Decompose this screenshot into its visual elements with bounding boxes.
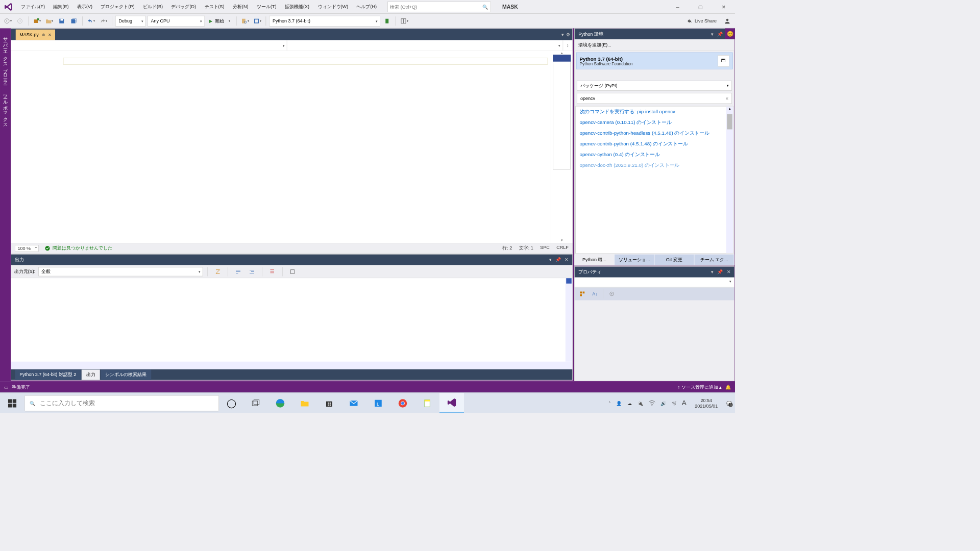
nav-forward-button[interactable]	[15, 15, 26, 26]
menu-debug[interactable]: デバッグ(D)	[167, 2, 200, 12]
indent-button[interactable]	[247, 266, 257, 277]
editor-tab-mask-py[interactable]: MASK.py ⊕ ✕	[16, 30, 55, 40]
split-editor-button[interactable]: ↕	[563, 40, 572, 51]
taskbar-search[interactable]: 🔍	[24, 395, 219, 411]
pin-icon[interactable]: 📌	[555, 257, 561, 263]
account-button[interactable]	[722, 15, 733, 26]
output-from-dropdown[interactable]: 全般	[38, 267, 203, 276]
app-icon[interactable]: L	[366, 393, 390, 413]
window-maximize[interactable]: ▢	[689, 0, 712, 14]
line-indicator[interactable]: 行: 2	[502, 245, 512, 252]
tray-battery-icon[interactable]: 🔌	[638, 400, 643, 406]
config-dropdown[interactable]: Debug	[115, 15, 146, 26]
server-explorer-tab[interactable]: サーバー エクスプローラー	[1, 30, 10, 87]
output-vscrollbar[interactable]	[566, 278, 573, 362]
pkg-result-item[interactable]: opencv-cython (0.4) のインストール	[576, 149, 733, 160]
col-indicator[interactable]: 文字: 1	[519, 245, 533, 252]
save-all-button[interactable]	[68, 15, 79, 26]
task-view-icon[interactable]	[243, 393, 268, 413]
properties-header[interactable]: プロパティ ▾ 📌 ✕	[575, 267, 734, 278]
bottom-tab-symbols[interactable]: シンボルの検索結果	[101, 370, 151, 380]
tray-wifi-icon[interactable]	[648, 399, 655, 407]
live-share-button[interactable]: Live Share	[682, 18, 721, 24]
redo-button[interactable]: ▾	[98, 15, 109, 26]
open-file-button[interactable]: ▾	[44, 15, 55, 26]
python-env-card[interactable]: Python 3.7 (64-bit) Python Software Foun…	[576, 53, 733, 69]
output-settings-button[interactable]	[287, 266, 298, 277]
pkg-result-item[interactable]: opencv-contrib-python-headless (4.5.1.48…	[576, 128, 733, 139]
start-debug-button[interactable]: ▶開始▾	[206, 15, 233, 26]
rtab-solution-explorer[interactable]: ソリューショ...	[615, 255, 654, 265]
pkg-result-item[interactable]: opencv-contrib-python (4.5.1.48) のインストール	[576, 139, 733, 149]
pkg-result-pip-install[interactable]: 次のコマンドを実行する: pip install opencv	[576, 107, 733, 117]
eol-indicator[interactable]: CRLF	[556, 245, 569, 252]
property-pages-button[interactable]	[606, 289, 617, 299]
categorized-button[interactable]	[577, 289, 587, 299]
menu-window[interactable]: ウィンドウ(W)	[314, 2, 352, 12]
tray-people-icon[interactable]: 👤	[616, 400, 622, 406]
alphabetical-button[interactable]: A↓	[589, 289, 600, 299]
editor-minimap[interactable]: ▴ ▾	[551, 51, 572, 243]
window-layout-button[interactable]: ▾	[399, 15, 410, 26]
platform-dropdown[interactable]: Any CPU	[148, 15, 205, 26]
gear-icon[interactable]: ⚙	[566, 32, 570, 37]
zoom-dropdown[interactable]: 100 %	[15, 245, 39, 252]
window-close[interactable]: ✕	[712, 0, 735, 14]
pkg-scrollbar[interactable]: ▴	[726, 107, 733, 254]
menu-test[interactable]: テスト(S)	[201, 2, 228, 12]
quick-search-input[interactable]	[390, 4, 482, 10]
cortana-icon[interactable]: ◯	[219, 393, 243, 413]
explorer-icon[interactable]	[292, 393, 317, 413]
menu-help[interactable]: ヘルプ(H)	[353, 2, 381, 12]
package-search[interactable]: ✕	[577, 93, 732, 104]
tray-input-icon[interactable]: A	[682, 399, 687, 407]
toggle-autoscroll-button[interactable]	[267, 266, 278, 277]
mail-icon[interactable]	[341, 393, 366, 413]
quick-search[interactable]: 🔍	[387, 2, 491, 12]
tray-ime-icon[interactable]: ぢ	[672, 400, 676, 407]
taskbar-clock[interactable]: 20:542021/05/01	[692, 398, 721, 409]
bottom-tab-interactive[interactable]: Python 3.7 (64-bit) 対話型 2	[15, 370, 81, 380]
pin-icon[interactable]: 📌	[717, 269, 723, 275]
chrome-icon[interactable]	[390, 393, 415, 413]
close-icon[interactable]: ✕	[48, 32, 52, 37]
output-header[interactable]: 出力 ▾ 📌 ✕	[11, 255, 573, 265]
pkg-result-item[interactable]: opencv-camera (0.10.11) のインストール	[576, 117, 733, 128]
rtab-python-env[interactable]: Python 環...	[575, 255, 615, 265]
editor-text-area[interactable]	[11, 51, 551, 243]
package-search-input[interactable]	[580, 96, 725, 102]
python-env-dropdown[interactable]: Python 3.7 (64-bit)	[269, 15, 380, 26]
tray-volume-icon[interactable]: 🔊	[660, 400, 666, 406]
notepad-icon[interactable]	[415, 393, 439, 413]
pin-icon[interactable]: ⊕	[42, 33, 45, 37]
nav-member-dropdown[interactable]	[287, 40, 564, 51]
package-mode-dropdown[interactable]: パッケージ (PyPI)	[577, 81, 732, 91]
pin-icon[interactable]: 📌	[717, 32, 723, 37]
chevron-down-icon[interactable]: ▾	[549, 257, 552, 263]
find-in-files-button[interactable]: ▾	[240, 15, 251, 26]
output-body[interactable]	[11, 278, 573, 369]
menu-build[interactable]: ビルド(B)	[139, 2, 166, 12]
no-issues-indicator[interactable]: 問題は見つかりませんでした	[45, 245, 112, 252]
add-source-control[interactable]: ↑ ソース管理に追加 ▴	[678, 384, 722, 391]
clear-search-icon[interactable]: ✕	[725, 96, 729, 101]
rtab-git-changes[interactable]: Git 変更	[654, 255, 694, 265]
window-minimize[interactable]: ─	[666, 0, 689, 14]
menu-file[interactable]: ファイル(F)	[17, 2, 48, 12]
menu-analyze[interactable]: 分析(N)	[229, 2, 253, 12]
toggle-wrap-button[interactable]	[233, 266, 243, 277]
taskbar-search-input[interactable]	[40, 399, 214, 407]
bottom-tab-output[interactable]: 出力	[82, 370, 100, 380]
clear-output-button[interactable]	[213, 266, 224, 277]
menu-view[interactable]: 表示(V)	[73, 2, 96, 12]
menu-extensions[interactable]: 拡張機能(X)	[281, 2, 313, 12]
visual-studio-taskbar-icon[interactable]	[439, 393, 464, 413]
open-interactive-icon[interactable]: 🗔	[718, 55, 729, 67]
rtab-team-explorer[interactable]: チーム エク...	[694, 255, 734, 265]
edge-icon[interactable]	[268, 393, 292, 413]
menu-project[interactable]: プロジェクト(P)	[97, 2, 138, 12]
tray-onedrive-icon[interactable]: ☁	[627, 400, 632, 406]
chevron-down-icon[interactable]: ▾	[561, 32, 564, 37]
close-icon[interactable]: ✕	[727, 269, 731, 275]
tray-overflow-icon[interactable]: ˄	[608, 400, 611, 406]
